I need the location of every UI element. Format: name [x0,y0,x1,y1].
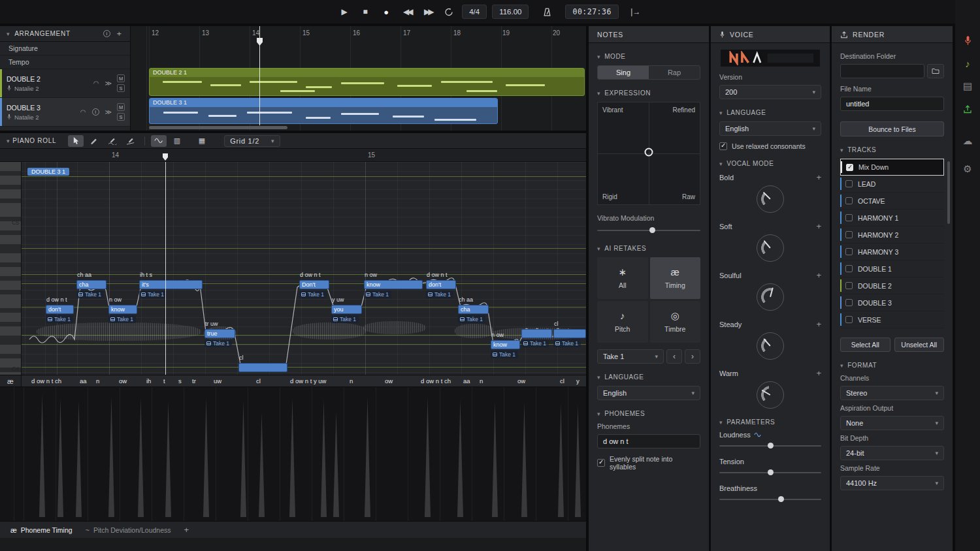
timing-spike[interactable] [333,411,339,517]
chevron-down-icon[interactable]: ▾ [840,362,843,369]
stop-button[interactable]: ■ [357,5,373,19]
take-chip[interactable]: Take 1 [331,315,359,323]
vocal-mode-knob[interactable] [757,234,784,262]
render-track-row[interactable]: LEAD [840,176,944,193]
loop-icon[interactable] [441,5,457,19]
retake-button[interactable]: ♪ Pitch [597,301,648,343]
skip-icon[interactable]: ≫ [105,80,112,87]
take-chip[interactable]: Take 1 [204,339,232,347]
note-lyric[interactable]: don't [426,280,456,289]
take-chip[interactable]: Take 1 [76,291,104,298]
phoneme-cell[interactable]: ow [119,377,127,385]
track-checkbox[interactable] [845,197,853,204]
track-checkbox[interactable] [845,248,853,255]
note-lyric[interactable]: know [108,305,137,314]
voice-language-dropdown[interactable]: English▾ [719,121,821,136]
note-lyric[interactable] [521,329,552,338]
tempo-value[interactable]: 116.00 [492,5,529,19]
timing-spike[interactable] [39,394,45,517]
cloud-icon[interactable]: ☁ [961,134,974,148]
slider-handle[interactable] [778,496,784,502]
take-chip[interactable]: Take 1 [299,291,327,298]
unselect-all-button[interactable]: Unselect All [894,338,945,352]
phoneme-cell[interactable]: cl [256,377,261,385]
track-list-scrollbar[interactable] [947,161,950,224]
phoneme-cell[interactable]: uw [214,377,221,385]
chevron-down-icon[interactable]: ▾ [597,245,600,252]
take-chip[interactable]: Take 1 [364,291,391,298]
parameter-slider[interactable] [719,441,821,450]
mode-option[interactable]: Sing [598,66,649,79]
render-track-row[interactable]: HARMONY 3 [840,244,944,260]
take-chip[interactable]: Take 1 [458,315,485,323]
take-chip[interactable]: Take 1 [426,291,453,298]
previous-take-button[interactable]: ‹ [666,349,682,364]
arrangement-track-row[interactable]: DOUBLE 3 Natalie 2 ◠ ≫ M [0,98,130,127]
file-name-input[interactable] [840,97,944,111]
add-parameter-tab-button[interactable]: + [179,525,195,535]
take-chip[interactable]: Take 1 [46,315,73,323]
note-lyric[interactable]: true [204,329,235,338]
clip-double-3-1[interactable]: DOUBLE 3 1 [149,98,498,124]
add-track-icon[interactable]: ＋ [115,28,123,39]
timing-spike[interactable] [108,396,114,517]
evenly-split-checkbox[interactable] [597,459,605,467]
timing-spike[interactable] [138,398,144,517]
midi-note[interactable]: ih t s it's Take 1 [139,280,203,289]
track-checkbox[interactable] [845,299,853,306]
timing-spike[interactable] [521,402,527,517]
chevron-down-icon[interactable]: ▾ [719,110,723,116]
piano-roll-grid[interactable]: d ow n t don't Take 1 ch aa cha Take [0,162,586,375]
track-checkbox[interactable] [845,282,853,289]
solo-button[interactable]: S [117,84,125,92]
add-vocal-mode-icon[interactable]: + [816,368,821,378]
chevron-down-icon[interactable]: ▾ [840,147,843,153]
timing-spike[interactable] [492,401,498,517]
track-checkbox[interactable] [846,164,853,171]
midi-note[interactable]: tr uw true Take 1 [204,329,235,338]
chevron-down-icon[interactable]: ▾ [597,90,600,97]
arrangement-playhead-handle[interactable] [257,38,263,46]
expression-knob[interactable] [645,148,653,157]
phoneme-cell[interactable]: d ow n t ch [31,377,61,385]
format-field-dropdown[interactable]: None▾ [840,416,944,430]
timing-spike[interactable] [575,405,581,517]
play-button[interactable]: ▶ [336,5,352,19]
level-bars-tool[interactable]: ▥ [169,135,185,147]
phoneme-cell[interactable]: d ow n t y uw [290,377,326,385]
timing-spike[interactable] [365,397,370,517]
arrangement-meta-row[interactable]: Signature [0,42,130,55]
take-dropdown[interactable]: Take 1▾ [597,349,664,364]
phoneme-cell[interactable]: ow [517,377,525,385]
phoneme-cell[interactable]: s [178,377,182,385]
render-track-row[interactable]: DOUBLE 3 [840,294,944,311]
take-chip[interactable]: Take 1 [491,351,518,358]
note-lyric[interactable]: know [491,340,520,349]
voice-panel-icon[interactable] [961,34,974,47]
phoneme-cell[interactable]: cl [560,377,564,385]
time-signature[interactable]: 4/4 [462,5,487,19]
chevron-down-icon[interactable]: ▾ [597,411,600,417]
collapse-piano-roll-icon[interactable]: ▾ [7,138,10,144]
timing-spike[interactable] [289,398,295,517]
phoneme-cell[interactable]: ow [385,377,393,385]
active-clip-chip[interactable]: DOUBLE 3 1 [27,168,69,176]
metronome-icon[interactable] [539,5,555,19]
piano-roll-playhead-handle[interactable] [163,153,168,161]
midi-note[interactable]: y uw you Take 1 [331,305,362,314]
render-track-row[interactable]: DOUBLE 2 [840,277,944,294]
skip-icon[interactable]: ≫ [105,108,112,116]
vocal-mode-knob[interactable] [757,185,784,213]
render-track-row[interactable]: DOUBLE 1 [840,260,944,277]
chevron-down-icon[interactable]: ▾ [597,374,600,381]
midi-note[interactable]: n ow know Take 1 [491,340,520,349]
midi-note[interactable]: ch aa cha Take 1 [458,305,489,314]
rewind-button[interactable]: ◀◀ [399,5,415,19]
phoneme-cell[interactable]: y [576,377,580,385]
mode-option[interactable]: Rap [649,66,700,79]
phoneme-cell[interactable]: d ow n t ch [421,377,451,385]
phoneme-cell[interactable]: n [480,377,483,385]
arrangement-scrollbar[interactable] [149,126,287,129]
pan-curve-icon[interactable]: ◠ [80,108,86,116]
format-field-dropdown[interactable]: 24-bit▾ [840,446,944,460]
